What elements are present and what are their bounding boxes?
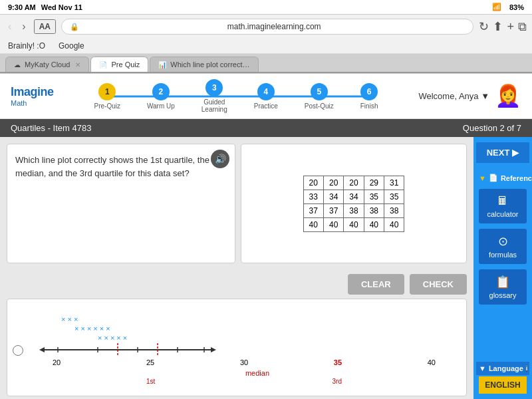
forward-button[interactable]: › [19,19,28,34]
status-bar: 9:30 AM Wed Nov 11 📶 83% [0,0,532,15]
step-guided: 3 Guided Learning [201,79,227,113]
right-sidebar: NEXT ▶ ▼ 📄 Reference 🖩 calculator ⊙ form… [473,137,532,399]
step-label-3: Guided Learning [201,98,227,113]
tab-favicon-prequiz: 📄 [99,61,107,68]
clear-button[interactable]: CLEAR [348,274,404,295]
table-cell: 38 [384,203,404,217]
step-label-5: Post-Quiz [305,102,334,110]
table-cell: 38 [344,203,364,217]
table-cell: 38 [364,203,384,217]
bookmark-brainly[interactable]: Brainly! :O [8,41,45,51]
step-practice: 4 Practice [254,83,278,110]
content-area: Which line plot correctly shows the 1st … [0,137,473,399]
welcome-area: Welcome, Anya ▼ 👩‍🦰 [418,83,521,110]
english-button[interactable]: ENGLISH [479,376,527,394]
table-cell: 34 [323,190,343,203]
tabs-icon[interactable]: ⧉ [518,20,527,34]
tab-mykaty[interactable]: ☁ MyKaty Cloud ✕ [5,57,89,72]
step-label-4: Practice [254,102,278,110]
logo-area: Imagine Math [11,85,54,107]
audio-button[interactable]: 🔊 [211,150,229,168]
bookmark-google[interactable]: Google [59,41,84,51]
battery-percent: 83% [509,3,524,11]
formulas-label: formulas [489,251,517,259]
q1-label: 1st [146,378,155,385]
browser-actions: ↻ ⬆ + ⧉ [479,19,527,34]
dot-x-6: × [87,325,91,332]
address-text: math.imaginelearning.com [83,22,465,31]
median-label-area: median [38,366,450,378]
calculator-label: calculator [487,210,518,218]
tab-label-mykaty: MyKaty Cloud [25,61,70,68]
glossary-label: glossary [489,291,517,299]
question-header: Quartiles - Item 4783 Question 2 of 7 [0,119,532,137]
table-row: 4040404040 [303,217,404,231]
reference-icon: 📄 [489,174,498,182]
add-tab-icon[interactable]: + [507,20,514,34]
welcome-text[interactable]: Welcome, Anya ▼ [418,91,489,101]
reload-icon[interactable]: ↻ [479,19,489,34]
answer-area: × × × × × × × × × × × × [7,299,467,396]
nl-label-30: 30 [240,358,248,366]
language-header[interactable]: ▼ Language i [476,362,529,375]
step-circle-1: 1 [98,83,116,100]
tab-favicon-mykaty: ☁ [14,61,21,68]
table-cell: 34 [344,190,364,203]
dot-x-1: × [61,315,65,323]
check-button[interactable]: CHECK [410,274,467,295]
dot-x-4: × [74,325,78,332]
glossary-button[interactable]: 📋 glossary [479,269,527,305]
table-cell: 40 [364,217,384,231]
calculator-button[interactable]: 🖩 calculator [479,189,527,223]
table-cell: 20 [344,176,364,190]
table-cell: 33 [303,190,323,203]
svg-marker-1 [39,347,45,352]
step-circle-5: 5 [311,83,328,100]
table-cell: 20 [323,176,343,190]
calculator-icon: 🖩 [497,194,509,208]
tab-lineplot[interactable]: 📊 Which line plot correctly shows the 1s… [150,57,259,72]
dots-row-3: × × × × × [38,334,450,342]
step-postquiz: 5 Post-Quiz [305,83,334,110]
number-line-svg [38,343,217,356]
table-cell: 40 [384,217,404,231]
tab-prequiz[interactable]: 📄 Pre Quiz [90,57,148,72]
logo-imagine: Imagine [11,85,54,99]
step-finish: 6 Finish [360,83,378,110]
reference-header[interactable]: ▼ 📄 Reference [476,171,529,185]
radio-input-1[interactable] [13,345,23,356]
language-btn-wrapper: ENGLISH [476,375,529,395]
dot-x-13: × [116,334,120,342]
dot-x-7: × [93,325,97,332]
dot-x-11: × [104,334,108,342]
question-item-title: Quartiles - Item 4783 [11,123,91,133]
share-icon[interactable]: ⬆ [493,19,503,34]
dot-x-5: × [80,325,84,332]
back-button[interactable]: ‹ [5,19,14,34]
number-line-container: × × × × × × × × × × × × [27,310,461,390]
step-label-2: Warm Up [147,102,175,110]
step-prequiz: 1 Pre-Quiz [94,83,120,110]
dot-x-14: × [123,334,127,342]
browser-tabs: ☁ MyKaty Cloud ✕ 📄 Pre Quiz 📊 Which line… [0,54,532,73]
table-cell: 20 [303,176,323,190]
tab-favicon-lineplot: 📊 [158,61,166,68]
step-circle-6: 6 [360,83,378,100]
reader-button[interactable]: AA [34,19,56,34]
wifi-icon: 📶 [492,3,501,11]
step-warmup: 2 Warm Up [147,83,175,110]
reference-triangle: ▼ [479,174,486,182]
address-bar[interactable]: 🔒 math.imaginelearning.com [61,19,473,35]
steps-container: 1 Pre-Quiz 2 Warm Up 3 Guided Learning 4… [94,79,378,113]
tools-list: 🖩 calculator ⊙ formulas 📋 glossary [476,188,529,306]
table-cell: 35 [384,190,404,203]
table-cell: 40 [303,217,323,231]
data-box: 2020202931333434353537373838384040404040 [241,144,467,263]
main-content: Which line plot correctly shows the 1st … [0,137,532,399]
dot-x-10: × [98,334,102,342]
table-cell: 37 [303,203,323,217]
tab-close-mykaty[interactable]: ✕ [75,61,80,68]
formulas-button[interactable]: ⊙ formulas [479,229,527,264]
next-button[interactable]: NEXT ▶ [476,142,529,163]
language-label: Language [489,364,523,372]
